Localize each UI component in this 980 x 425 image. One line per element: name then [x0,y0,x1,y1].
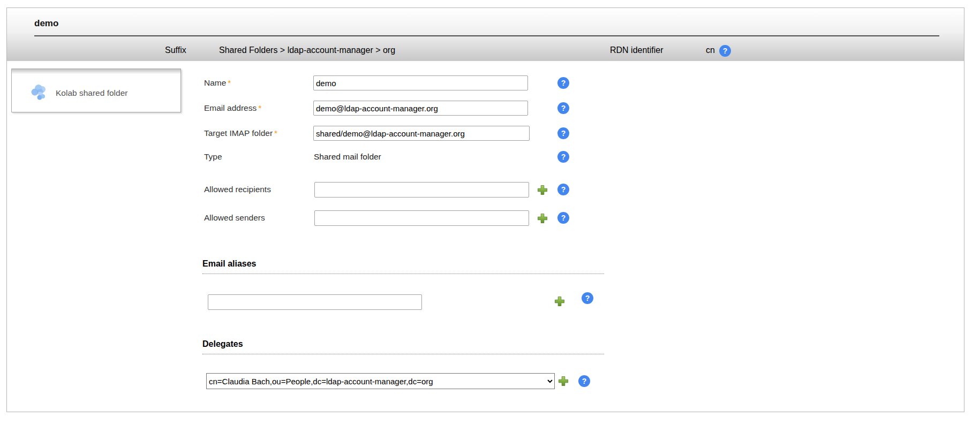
allowed-recipients-input[interactable] [314,182,529,198]
tab-label: Kolab shared folder [56,88,127,98]
add-icon[interactable] [554,296,565,307]
help-icon[interactable]: ? [578,375,590,387]
delegates-select[interactable]: cn=Claudia Bach,ou=People,dc=ldap-accoun… [206,373,555,389]
title-divider [34,35,939,36]
required-marker: * [228,78,231,87]
help-icon[interactable]: ? [557,184,569,195]
help-icon[interactable]: ? [582,292,593,304]
tab-kolab-shared-folder[interactable]: Kolab shared folder [11,69,181,112]
required-marker: * [258,103,261,112]
required-marker: * [274,128,277,138]
help-icon[interactable]: ? [557,127,569,139]
add-icon[interactable] [558,376,569,386]
name-input[interactable] [313,75,528,90]
section-heading-email-aliases: Email aliases [202,259,604,274]
suffix-label: Suffix [165,45,186,55]
rdn-identifier-value: cn [706,45,715,55]
add-icon[interactable] [537,185,548,195]
suffix-breadcrumb: Shared Folders > ldap-account-manager > … [219,45,395,55]
field-label-name: Name* [204,78,231,88]
field-label-type: Type [204,152,222,162]
tab-top-strip [12,69,180,74]
field-label-target-imap-folder: Target IMAP folder* [204,128,277,138]
header: demo Suffix Shared Folders > ldap-accoun… [7,8,964,61]
help-icon[interactable]: ? [557,77,569,89]
section-heading-delegates: Delegates [202,339,604,354]
help-icon[interactable]: ? [557,212,569,224]
rdn-identifier-label: RDN identifier [610,45,664,55]
field-label-email-address: Email address* [204,103,261,113]
help-icon[interactable]: ? [557,102,569,114]
help-icon[interactable]: ? [719,45,731,57]
email-alias-input[interactable] [208,294,422,310]
page: demo Suffix Shared Folders > ldap-accoun… [0,0,980,425]
field-label-allowed-recipients: Allowed recipients [204,185,271,194]
help-icon[interactable]: ? [557,151,569,163]
add-icon[interactable] [537,213,548,224]
email-address-input[interactable] [313,101,528,116]
target-imap-folder-input[interactable] [313,126,530,141]
allowed-senders-input[interactable] [314,210,529,226]
field-label-allowed-senders: Allowed senders [204,213,265,223]
kolab-cloud-icon [31,83,48,103]
type-value: Shared mail folder [314,152,381,162]
page-title: demo [34,18,58,29]
